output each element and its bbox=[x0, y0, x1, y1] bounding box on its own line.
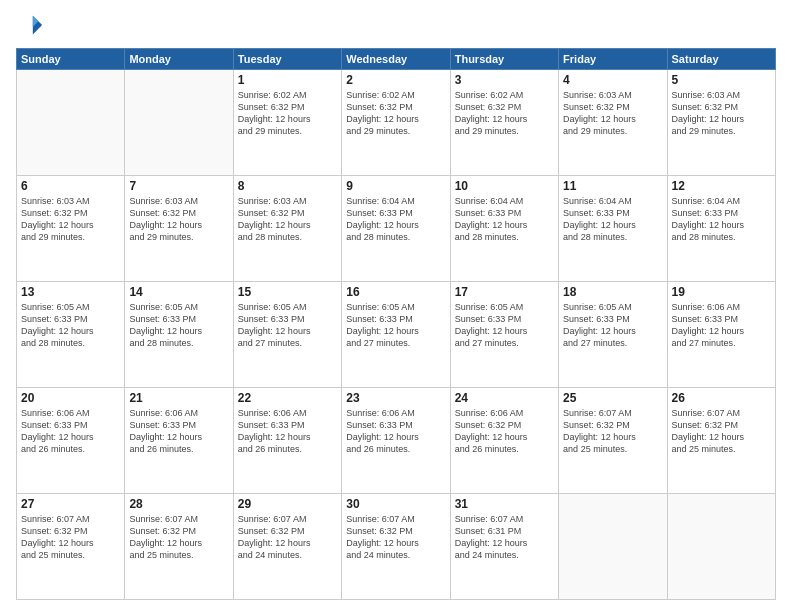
calendar-cell: 19Sunrise: 6:06 AM Sunset: 6:33 PM Dayli… bbox=[667, 282, 775, 388]
weekday-saturday: Saturday bbox=[667, 49, 775, 70]
day-number: 26 bbox=[672, 391, 771, 405]
day-info: Sunrise: 6:05 AM Sunset: 6:33 PM Dayligh… bbox=[238, 301, 337, 350]
day-info: Sunrise: 6:03 AM Sunset: 6:32 PM Dayligh… bbox=[672, 89, 771, 138]
day-info: Sunrise: 6:07 AM Sunset: 6:32 PM Dayligh… bbox=[563, 407, 662, 456]
calendar-cell: 27Sunrise: 6:07 AM Sunset: 6:32 PM Dayli… bbox=[17, 494, 125, 600]
weekday-thursday: Thursday bbox=[450, 49, 558, 70]
day-number: 10 bbox=[455, 179, 554, 193]
weekday-header-row: SundayMondayTuesdayWednesdayThursdayFrid… bbox=[17, 49, 776, 70]
day-number: 8 bbox=[238, 179, 337, 193]
week-row-2: 6Sunrise: 6:03 AM Sunset: 6:32 PM Daylig… bbox=[17, 176, 776, 282]
calendar-cell: 2Sunrise: 6:02 AM Sunset: 6:32 PM Daylig… bbox=[342, 70, 450, 176]
week-row-3: 13Sunrise: 6:05 AM Sunset: 6:33 PM Dayli… bbox=[17, 282, 776, 388]
day-info: Sunrise: 6:03 AM Sunset: 6:32 PM Dayligh… bbox=[238, 195, 337, 244]
calendar-cell bbox=[559, 494, 667, 600]
weekday-wednesday: Wednesday bbox=[342, 49, 450, 70]
calendar-cell: 18Sunrise: 6:05 AM Sunset: 6:33 PM Dayli… bbox=[559, 282, 667, 388]
calendar-cell: 1Sunrise: 6:02 AM Sunset: 6:32 PM Daylig… bbox=[233, 70, 341, 176]
day-info: Sunrise: 6:06 AM Sunset: 6:32 PM Dayligh… bbox=[455, 407, 554, 456]
week-row-4: 20Sunrise: 6:06 AM Sunset: 6:33 PM Dayli… bbox=[17, 388, 776, 494]
day-info: Sunrise: 6:06 AM Sunset: 6:33 PM Dayligh… bbox=[129, 407, 228, 456]
calendar-cell: 29Sunrise: 6:07 AM Sunset: 6:32 PM Dayli… bbox=[233, 494, 341, 600]
weekday-friday: Friday bbox=[559, 49, 667, 70]
weekday-tuesday: Tuesday bbox=[233, 49, 341, 70]
day-info: Sunrise: 6:07 AM Sunset: 6:32 PM Dayligh… bbox=[346, 513, 445, 562]
calendar-cell: 12Sunrise: 6:04 AM Sunset: 6:33 PM Dayli… bbox=[667, 176, 775, 282]
day-number: 4 bbox=[563, 73, 662, 87]
day-info: Sunrise: 6:05 AM Sunset: 6:33 PM Dayligh… bbox=[21, 301, 120, 350]
day-number: 6 bbox=[21, 179, 120, 193]
logo-icon bbox=[16, 12, 44, 40]
day-info: Sunrise: 6:05 AM Sunset: 6:33 PM Dayligh… bbox=[346, 301, 445, 350]
day-info: Sunrise: 6:02 AM Sunset: 6:32 PM Dayligh… bbox=[346, 89, 445, 138]
day-number: 17 bbox=[455, 285, 554, 299]
day-number: 12 bbox=[672, 179, 771, 193]
day-info: Sunrise: 6:07 AM Sunset: 6:32 PM Dayligh… bbox=[238, 513, 337, 562]
day-number: 25 bbox=[563, 391, 662, 405]
day-info: Sunrise: 6:07 AM Sunset: 6:32 PM Dayligh… bbox=[129, 513, 228, 562]
weekday-sunday: Sunday bbox=[17, 49, 125, 70]
calendar-cell bbox=[125, 70, 233, 176]
calendar-cell: 28Sunrise: 6:07 AM Sunset: 6:32 PM Dayli… bbox=[125, 494, 233, 600]
day-number: 13 bbox=[21, 285, 120, 299]
calendar-cell: 7Sunrise: 6:03 AM Sunset: 6:32 PM Daylig… bbox=[125, 176, 233, 282]
day-info: Sunrise: 6:03 AM Sunset: 6:32 PM Dayligh… bbox=[129, 195, 228, 244]
day-info: Sunrise: 6:07 AM Sunset: 6:32 PM Dayligh… bbox=[672, 407, 771, 456]
calendar-cell: 10Sunrise: 6:04 AM Sunset: 6:33 PM Dayli… bbox=[450, 176, 558, 282]
day-number: 14 bbox=[129, 285, 228, 299]
calendar-cell: 6Sunrise: 6:03 AM Sunset: 6:32 PM Daylig… bbox=[17, 176, 125, 282]
calendar-cell: 31Sunrise: 6:07 AM Sunset: 6:31 PM Dayli… bbox=[450, 494, 558, 600]
day-number: 11 bbox=[563, 179, 662, 193]
day-number: 7 bbox=[129, 179, 228, 193]
calendar-cell: 21Sunrise: 6:06 AM Sunset: 6:33 PM Dayli… bbox=[125, 388, 233, 494]
day-info: Sunrise: 6:02 AM Sunset: 6:32 PM Dayligh… bbox=[455, 89, 554, 138]
calendar-cell bbox=[667, 494, 775, 600]
calendar-cell: 24Sunrise: 6:06 AM Sunset: 6:32 PM Dayli… bbox=[450, 388, 558, 494]
day-number: 3 bbox=[455, 73, 554, 87]
day-number: 29 bbox=[238, 497, 337, 511]
calendar-cell: 30Sunrise: 6:07 AM Sunset: 6:32 PM Dayli… bbox=[342, 494, 450, 600]
day-number: 5 bbox=[672, 73, 771, 87]
day-info: Sunrise: 6:07 AM Sunset: 6:32 PM Dayligh… bbox=[21, 513, 120, 562]
calendar-cell: 23Sunrise: 6:06 AM Sunset: 6:33 PM Dayli… bbox=[342, 388, 450, 494]
day-number: 16 bbox=[346, 285, 445, 299]
page: SundayMondayTuesdayWednesdayThursdayFrid… bbox=[0, 0, 792, 612]
day-info: Sunrise: 6:04 AM Sunset: 6:33 PM Dayligh… bbox=[563, 195, 662, 244]
calendar-cell: 8Sunrise: 6:03 AM Sunset: 6:32 PM Daylig… bbox=[233, 176, 341, 282]
week-row-1: 1Sunrise: 6:02 AM Sunset: 6:32 PM Daylig… bbox=[17, 70, 776, 176]
day-number: 22 bbox=[238, 391, 337, 405]
day-number: 21 bbox=[129, 391, 228, 405]
day-number: 23 bbox=[346, 391, 445, 405]
calendar-cell: 26Sunrise: 6:07 AM Sunset: 6:32 PM Dayli… bbox=[667, 388, 775, 494]
day-number: 24 bbox=[455, 391, 554, 405]
week-row-5: 27Sunrise: 6:07 AM Sunset: 6:32 PM Dayli… bbox=[17, 494, 776, 600]
day-number: 27 bbox=[21, 497, 120, 511]
day-info: Sunrise: 6:07 AM Sunset: 6:31 PM Dayligh… bbox=[455, 513, 554, 562]
day-info: Sunrise: 6:04 AM Sunset: 6:33 PM Dayligh… bbox=[672, 195, 771, 244]
calendar-cell bbox=[17, 70, 125, 176]
weekday-monday: Monday bbox=[125, 49, 233, 70]
calendar-cell: 15Sunrise: 6:05 AM Sunset: 6:33 PM Dayli… bbox=[233, 282, 341, 388]
day-info: Sunrise: 6:06 AM Sunset: 6:33 PM Dayligh… bbox=[346, 407, 445, 456]
calendar-cell: 4Sunrise: 6:03 AM Sunset: 6:32 PM Daylig… bbox=[559, 70, 667, 176]
day-number: 28 bbox=[129, 497, 228, 511]
calendar-table: SundayMondayTuesdayWednesdayThursdayFrid… bbox=[16, 48, 776, 600]
calendar-cell: 16Sunrise: 6:05 AM Sunset: 6:33 PM Dayli… bbox=[342, 282, 450, 388]
day-info: Sunrise: 6:05 AM Sunset: 6:33 PM Dayligh… bbox=[129, 301, 228, 350]
calendar-cell: 25Sunrise: 6:07 AM Sunset: 6:32 PM Dayli… bbox=[559, 388, 667, 494]
calendar-cell: 14Sunrise: 6:05 AM Sunset: 6:33 PM Dayli… bbox=[125, 282, 233, 388]
day-info: Sunrise: 6:04 AM Sunset: 6:33 PM Dayligh… bbox=[455, 195, 554, 244]
day-number: 18 bbox=[563, 285, 662, 299]
calendar-cell: 11Sunrise: 6:04 AM Sunset: 6:33 PM Dayli… bbox=[559, 176, 667, 282]
day-number: 30 bbox=[346, 497, 445, 511]
day-info: Sunrise: 6:05 AM Sunset: 6:33 PM Dayligh… bbox=[563, 301, 662, 350]
day-info: Sunrise: 6:05 AM Sunset: 6:33 PM Dayligh… bbox=[455, 301, 554, 350]
day-number: 20 bbox=[21, 391, 120, 405]
day-number: 15 bbox=[238, 285, 337, 299]
day-number: 19 bbox=[672, 285, 771, 299]
day-number: 1 bbox=[238, 73, 337, 87]
day-number: 31 bbox=[455, 497, 554, 511]
day-info: Sunrise: 6:06 AM Sunset: 6:33 PM Dayligh… bbox=[21, 407, 120, 456]
calendar-cell: 17Sunrise: 6:05 AM Sunset: 6:33 PM Dayli… bbox=[450, 282, 558, 388]
day-info: Sunrise: 6:03 AM Sunset: 6:32 PM Dayligh… bbox=[21, 195, 120, 244]
